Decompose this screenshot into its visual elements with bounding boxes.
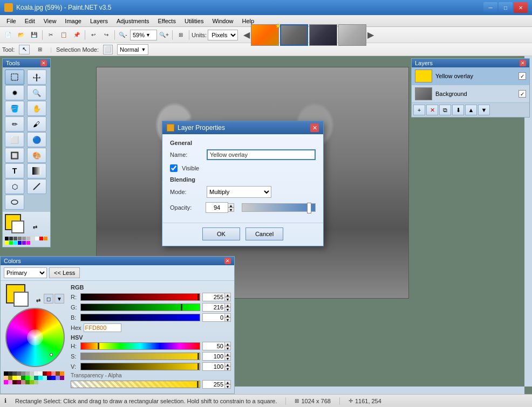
swatch[interactable] — [8, 380, 12, 384]
swatch-nearwhite[interactable] — [31, 237, 35, 240]
minimize-button[interactable]: ─ — [483, 2, 497, 13]
swatch[interactable] — [12, 380, 17, 384]
swatch[interactable] — [21, 376, 25, 380]
tool-icon[interactable]: ↖ — [19, 45, 30, 54]
h-input[interactable] — [202, 342, 225, 350]
name-input[interactable] — [207, 149, 316, 160]
menu-effects[interactable]: Effects — [154, 15, 180, 26]
swatch-yellow[interactable] — [5, 241, 9, 245]
thumbnail-3[interactable] — [309, 24, 337, 46]
layer-row-2[interactable]: Background ✓ — [412, 85, 529, 103]
zoom-out-button[interactable]: 🔍- — [117, 29, 129, 41]
clone-stamp-tool[interactable]: 🔲 — [5, 148, 24, 163]
alpha-down[interactable]: ▼ — [224, 384, 231, 389]
units-select[interactable]: Pixels — [208, 30, 238, 40]
layer-visibility-1[interactable]: ✓ — [519, 72, 526, 80]
swatch[interactable] — [25, 376, 30, 380]
swatch-cyan[interactable] — [13, 241, 17, 245]
visible-checkbox[interactable] — [170, 164, 178, 172]
menu-adjustments[interactable]: Adjustments — [112, 15, 154, 26]
r-slider[interactable] — [80, 293, 200, 301]
menu-file[interactable]: File — [2, 15, 21, 26]
dialog-close-button[interactable]: ✕ — [310, 123, 319, 132]
pencil-tool[interactable]: ✏ — [5, 116, 24, 132]
eraser-tool[interactable]: ⬜ — [5, 132, 24, 147]
move-up-button[interactable]: ▲ — [465, 105, 477, 115]
ok-button[interactable]: OK — [202, 227, 240, 240]
duplicate-layer-button[interactable]: ⧉ — [439, 105, 451, 115]
layers-panel-close[interactable]: ✕ — [520, 60, 526, 66]
menu-image[interactable]: Image — [60, 15, 86, 26]
swatch[interactable] — [56, 376, 60, 380]
swatch[interactable] — [4, 371, 8, 376]
swatch[interactable] — [51, 371, 56, 376]
swatch[interactable] — [38, 376, 43, 380]
swatch[interactable] — [43, 376, 47, 380]
opacity-slider[interactable] — [242, 203, 316, 212]
swatch-purple[interactable] — [22, 241, 26, 245]
secondary-color-box[interactable] — [13, 292, 29, 307]
swatch[interactable] — [38, 371, 43, 376]
swatch[interactable] — [60, 371, 64, 376]
swatch[interactable] — [34, 380, 38, 384]
opacity-input[interactable] — [206, 202, 228, 213]
opacity-down-button[interactable]: ▼ — [228, 208, 234, 212]
ellipse-tool[interactable] — [5, 195, 24, 210]
color-options-button[interactable]: ▼ — [54, 294, 64, 303]
swatch[interactable] — [30, 380, 34, 384]
color-reset-button[interactable]: ◻ — [44, 294, 53, 303]
swatch-magenta[interactable] — [26, 241, 30, 245]
swatch[interactable] — [56, 371, 60, 376]
copy-button[interactable]: 📋 — [58, 29, 70, 41]
hand-tool[interactable]: ✋ — [27, 101, 46, 116]
color-wheel[interactable] — [5, 308, 65, 367]
redo-button[interactable]: ↪ — [100, 29, 112, 41]
swatch-blue[interactable] — [18, 241, 22, 245]
s-up[interactable]: ▲ — [224, 352, 231, 356]
h-down[interactable]: ▼ — [224, 346, 231, 350]
swatch[interactable] — [17, 380, 21, 384]
hex-input[interactable] — [84, 323, 121, 332]
swatch-red[interactable] — [39, 237, 43, 240]
swatch[interactable] — [25, 380, 30, 384]
swatch[interactable] — [43, 371, 47, 376]
add-layer-button[interactable]: + — [413, 105, 425, 115]
shapes-tool[interactable]: ⬡ — [5, 179, 24, 194]
selection-mode-icon[interactable]: ⬜ — [103, 45, 113, 54]
thumb-next-button[interactable]: ▶ — [367, 30, 374, 40]
menu-edit[interactable]: Edit — [21, 15, 39, 26]
paint-bucket-tool[interactable]: 🪣 — [5, 101, 24, 116]
v-input[interactable] — [202, 362, 225, 371]
new-button[interactable]: 📄 — [2, 29, 14, 41]
b-input[interactable] — [202, 313, 225, 322]
swatch[interactable] — [12, 371, 17, 376]
g-up[interactable]: ▲ — [224, 303, 231, 307]
g-slider[interactable] — [80, 303, 200, 311]
s-slider[interactable] — [80, 353, 200, 360]
cut-button[interactable]: ✂ — [45, 29, 57, 41]
opacity-up-button[interactable]: ▲ — [228, 203, 234, 208]
g-input[interactable] — [202, 303, 225, 312]
close-button[interactable]: ✕ — [514, 2, 528, 13]
swatch[interactable] — [4, 380, 8, 384]
maximize-button[interactable]: □ — [499, 2, 513, 13]
magic-wand-tool[interactable]: ✹ — [5, 85, 24, 100]
save-button[interactable]: 💾 — [28, 29, 40, 41]
swap-colors-button[interactable]: ⇄ — [36, 298, 40, 303]
grid-button[interactable]: ⊞ — [175, 29, 187, 41]
layer-properties-dialog[interactable]: Layer Properties ✕ General Name: Visible… — [162, 121, 324, 246]
v-slider[interactable] — [80, 363, 200, 370]
colors-panel-close[interactable]: ✕ — [224, 258, 231, 264]
swatch-black[interactable] — [5, 237, 9, 240]
h-slider[interactable] — [80, 342, 200, 350]
v-down[interactable]: ▼ — [224, 367, 231, 371]
swatch-midgray[interactable] — [18, 237, 22, 240]
line-tool[interactable] — [27, 179, 46, 194]
swatch-lightgray[interactable] — [22, 237, 26, 240]
swatch[interactable] — [21, 371, 25, 376]
merge-down-button[interactable]: ⬇ — [452, 105, 464, 115]
rectangle-select-tool[interactable] — [5, 70, 24, 85]
tool-option-btn[interactable]: ⊞ — [34, 44, 46, 56]
tools-panel-close[interactable]: ✕ — [40, 60, 47, 66]
swatch[interactable] — [8, 376, 12, 380]
